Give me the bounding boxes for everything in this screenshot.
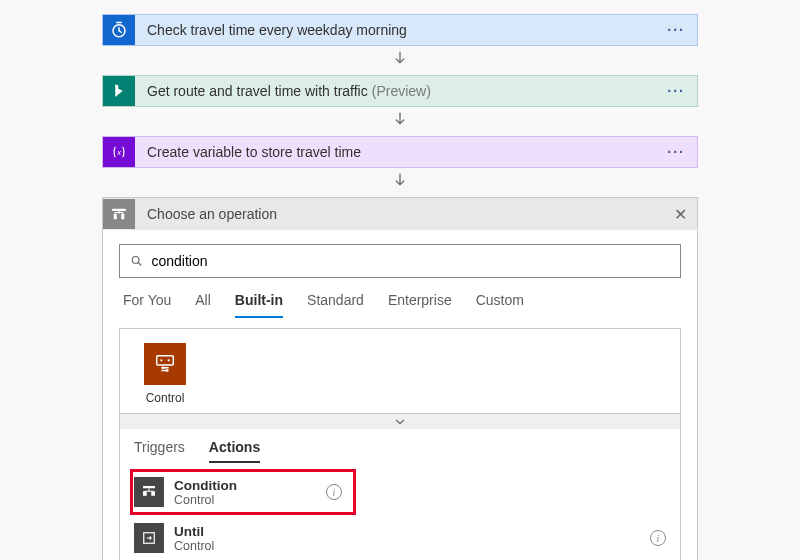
expand-connectors-button[interactable] [120,413,680,429]
step-menu-button[interactable]: ··· [655,22,697,38]
step-menu-button[interactable]: ··· [655,144,697,160]
search-input-wrapper[interactable] [119,244,681,278]
step-title: Check travel time every weekday morning [135,22,407,38]
svg-point-5 [132,257,139,264]
step-initialize-variable[interactable]: x Create variable to store travel time ·… [102,136,698,168]
connector-label: Control [134,391,196,405]
operation-connector: Control [174,493,237,507]
flow-arrow-icon [0,107,800,136]
step-bing-maps[interactable]: Get route and travel time with traffic (… [102,75,698,107]
category-tabs: For You All Built-in Standard Enterprise… [119,278,681,318]
picker-title: Choose an operation [135,206,277,222]
svg-point-7 [160,359,162,361]
connector-region: Control Triggers Actions [119,328,681,560]
flow-arrow-icon [0,168,800,197]
operation-picker: Choose an operation ✕ For You All Built-… [102,197,698,560]
close-button[interactable]: ✕ [664,205,697,224]
step-title: Get route and travel time with traffic [135,83,368,99]
info-icon[interactable]: i [326,484,342,500]
svg-rect-12 [143,491,147,496]
tab-for-you[interactable]: For You [123,292,171,318]
step-menu-button[interactable]: ··· [655,83,697,99]
step-recurrence[interactable]: Check travel time every weekday morning … [102,14,698,46]
operation-connector: Control [174,539,214,553]
clock-icon [103,15,135,45]
until-icon [134,523,164,553]
flow-arrow-icon [0,46,800,75]
preview-label: (Preview) [372,83,431,99]
tab-triggers[interactable]: Triggers [134,439,185,463]
tab-actions[interactable]: Actions [209,439,260,463]
control-icon [144,343,186,385]
step-title: Create variable to store travel time [135,144,361,160]
svg-rect-3 [114,214,117,219]
info-icon[interactable]: i [650,530,666,546]
svg-rect-13 [151,491,155,496]
connector-control[interactable]: Control [134,343,196,405]
operation-name: Condition [174,478,237,493]
svg-point-8 [168,359,170,361]
tab-standard[interactable]: Standard [307,292,364,318]
svg-rect-2 [112,209,126,211]
svg-point-9 [162,366,165,369]
search-icon [130,254,143,268]
svg-text:x: x [116,148,121,157]
tab-built-in[interactable]: Built-in [235,292,283,318]
operation-list: Condition Control i Until Control [120,463,680,560]
tab-custom[interactable]: Custom [476,292,524,318]
svg-rect-6 [157,356,174,365]
bing-icon [103,76,135,106]
svg-point-10 [166,369,169,372]
condition-icon [134,477,164,507]
variable-icon: x [103,137,135,167]
operation-until[interactable]: Until Control i [120,515,680,560]
operation-icon [103,199,135,229]
picker-header: Choose an operation ✕ [103,198,697,230]
svg-rect-11 [143,486,155,488]
operation-type-tabs: Triggers Actions [120,429,680,463]
operation-condition[interactable]: Condition Control i [130,469,356,515]
tab-all[interactable]: All [195,292,211,318]
svg-rect-4 [121,214,124,219]
search-input[interactable] [151,253,670,269]
operation-name: Until [174,524,214,539]
tab-enterprise[interactable]: Enterprise [388,292,452,318]
